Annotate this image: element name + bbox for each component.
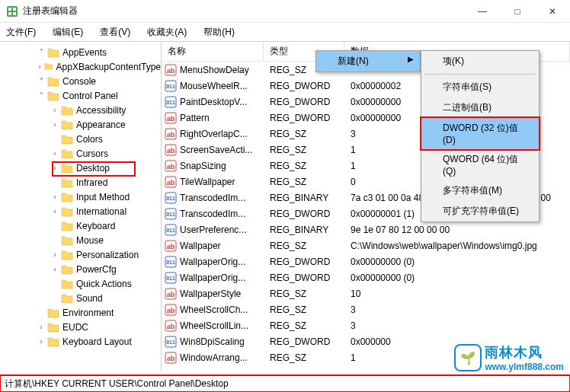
list-row[interactable]: abWheelScrollCh...REG_SZ3: [162, 301, 570, 317]
tree-item-sound[interactable]: Sound: [0, 291, 161, 305]
tree-item-personalization[interactable]: ›Personalization: [0, 247, 161, 262]
tree-item-appevents[interactable]: ˅AppEvents: [0, 45, 161, 59]
tree-item-label: Environment: [62, 308, 114, 318]
tree-item-input-method[interactable]: ›Input Method: [0, 190, 161, 204]
value-icon: ab: [165, 64, 177, 76]
tree-item-powercfg[interactable]: ›PowerCfg: [0, 262, 161, 276]
minimize-button[interactable]: —: [465, 0, 500, 23]
folder-icon: [47, 322, 59, 333]
tree-item-label: Keyboard Layout: [62, 336, 132, 347]
value-data: C:\Windows\web\wallpaper\Windows\img0.jp…: [344, 241, 570, 251]
expander-icon[interactable]: ›: [50, 250, 59, 259]
context-sub-item[interactable]: QWORD (64 位)值(Q): [421, 149, 539, 180]
expander-icon[interactable]: ›: [37, 62, 43, 71]
value-data: 0x00000000 (0): [344, 257, 570, 267]
tree-item-appxbackupcontenttype[interactable]: ›AppXBackupContentType: [0, 59, 161, 74]
value-icon: 011: [165, 272, 177, 284]
value-icon: 011: [165, 208, 177, 220]
value-name: MenuShowDelay: [180, 65, 264, 75]
menu-file[interactable]: 文件(F): [3, 24, 39, 40]
value-name: WallpaperOrig...: [180, 272, 264, 283]
value-icon: ab: [165, 352, 177, 364]
col-name[interactable]: 名称: [162, 42, 264, 61]
menubar: 文件(F) 编辑(E) 查看(V) 收藏夹(A) 帮助(H): [0, 23, 570, 41]
context-menu-main: 新建(N) ▶: [315, 50, 421, 72]
value-type: REG_DWORD: [264, 209, 344, 219]
list-row[interactable]: 011UserPreferenc...REG_BINARY9e 1e 07 80…: [162, 221, 570, 237]
context-sub-item[interactable]: DWORD (32 位)值(D): [421, 118, 539, 149]
list-row[interactable]: abWallpaperREG_SZC:\Windows\web\wallpape…: [162, 237, 570, 253]
expander-icon[interactable]: ›: [50, 164, 59, 172]
svg-text:ab: ab: [167, 67, 175, 75]
value-name: Pattern: [180, 113, 264, 123]
tree-item-console[interactable]: ˅Console: [0, 74, 161, 88]
value-type: REG_SZ: [264, 352, 344, 363]
value-icon: 011: [165, 256, 177, 268]
value-data: 3: [344, 320, 570, 331]
tree-item-keyboard[interactable]: Keyboard: [0, 218, 161, 233]
list-row[interactable]: abWallpaperStyleREG_SZ10: [162, 285, 570, 301]
expander-icon[interactable]: ›: [37, 323, 46, 331]
tree-item-cursors[interactable]: ›Cursors: [0, 146, 161, 161]
context-sub-item[interactable]: 可扩充字符串值(E): [421, 201, 539, 221]
maximize-button[interactable]: □: [500, 0, 535, 23]
menu-edit[interactable]: 编辑(E): [50, 24, 86, 40]
expander-icon[interactable]: ˅: [37, 48, 46, 56]
folder-icon: [47, 76, 59, 87]
folder-icon: [61, 192, 73, 202]
value-icon: ab: [165, 176, 177, 188]
svg-text:011: 011: [166, 196, 175, 201]
tree-item-desktop[interactable]: ›Desktop: [0, 161, 161, 175]
tree-item-eudc[interactable]: ›EUDC: [0, 320, 161, 334]
menu-favorites[interactable]: 收藏夹(A): [144, 24, 190, 40]
menu-separator: [424, 74, 536, 75]
expander-icon[interactable]: ›: [50, 120, 59, 129]
svg-text:ab: ab: [167, 291, 175, 298]
expander-icon[interactable]: ˅: [37, 91, 46, 100]
tree-pane[interactable]: ˅AppEvents›AppXBackupContentType˅Console…: [0, 42, 162, 371]
tree-item-environment[interactable]: Environment: [0, 305, 161, 320]
tree-item-colors[interactable]: Colors: [0, 132, 161, 146]
list-row[interactable]: abWheelScrollLin...REG_SZ3: [162, 317, 570, 333]
close-button[interactable]: ✕: [535, 0, 570, 23]
context-sub-item[interactable]: 字符串值(S): [421, 77, 539, 97]
expander-icon[interactable]: ›: [50, 149, 59, 158]
list-row[interactable]: 011WallpaperOrig...REG_DWORD0x00000000 (…: [162, 269, 570, 285]
svg-text:ab: ab: [167, 243, 175, 250]
statusbar: 计算机\HKEY CURRENT USER\Control Panel\Desk…: [0, 375, 570, 392]
context-sub-item[interactable]: 二进制值(B): [421, 97, 539, 118]
folder-icon: [44, 62, 53, 72]
context-sub-item[interactable]: 项(K): [421, 51, 539, 72]
tree-item-accessibility[interactable]: ›Accessibility: [0, 103, 161, 117]
expander-icon[interactable]: ›: [50, 106, 59, 114]
tree-item-keyboard-layout[interactable]: ›Keyboard Layout: [0, 334, 161, 349]
expander-icon[interactable]: ˅: [37, 77, 46, 85]
tree-item-label: Keyboard: [76, 221, 115, 231]
tree-item-appearance[interactable]: ›Appearance: [0, 117, 161, 132]
watermark-text: 雨林木风 www.ylmf888.com: [485, 343, 564, 372]
folder-icon: [61, 206, 73, 217]
expander-icon[interactable]: ›: [50, 207, 59, 215]
folder-icon: [61, 279, 73, 289]
menu-view[interactable]: 查看(V): [97, 24, 133, 40]
value-type: REG_SZ: [264, 304, 344, 315]
tree-item-infrared[interactable]: Infrared: [0, 175, 161, 190]
list-row[interactable]: 011WallpaperOrig...REG_DWORD0x00000000 (…: [162, 253, 570, 269]
value-name: TranscodedIm...: [180, 209, 264, 219]
app-icon: [6, 5, 18, 18]
svg-text:011: 011: [166, 276, 175, 281]
value-type: REG_DWORD: [264, 257, 344, 267]
tree-item-label: Console: [62, 76, 96, 87]
tree-item-control-panel[interactable]: ˅Control Panel: [0, 88, 161, 103]
expander-icon[interactable]: ›: [50, 193, 59, 201]
menu-help[interactable]: 帮助(H): [200, 24, 238, 40]
expander-icon[interactable]: ›: [50, 265, 59, 273]
context-item-new[interactable]: 新建(N) ▶: [316, 51, 420, 72]
tree-item-mouse[interactable]: Mouse: [0, 233, 161, 247]
value-data: 0x00000000 (0): [344, 272, 570, 283]
expander-icon[interactable]: ›: [37, 337, 46, 346]
tree-item-quick-actions[interactable]: Quick Actions: [0, 276, 161, 291]
context-sub-item[interactable]: 多字符串值(M): [421, 180, 539, 201]
svg-text:011: 011: [166, 339, 175, 345]
tree-item-international[interactable]: ›International: [0, 204, 161, 218]
